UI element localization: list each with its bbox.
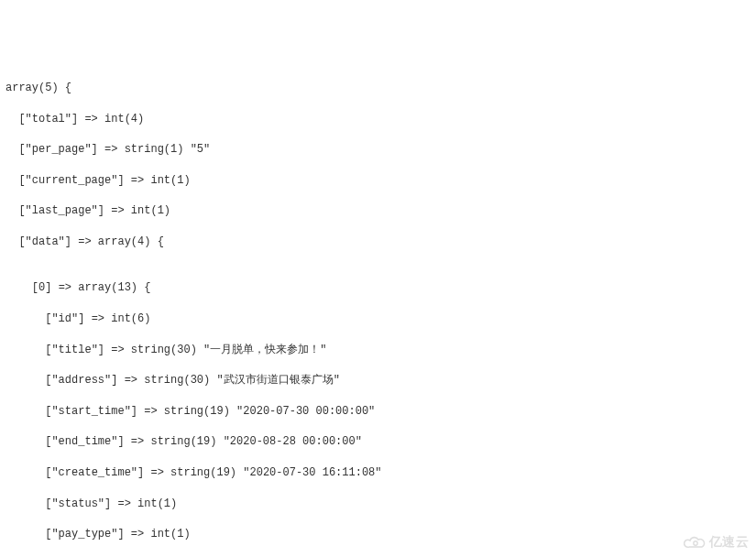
total-line: ["total"] => int(4)	[5, 112, 751, 127]
watermark-text: 亿速云	[709, 533, 750, 552]
item-0-header: [0] => array(13) {	[5, 280, 751, 296]
current-page-line: ["current_page"] => int(1)	[5, 173, 751, 189]
last-page-line: ["last_page"] => int(1)	[5, 203, 751, 219]
svg-point-2	[693, 541, 696, 545]
data-header-line: ["data"] => array(4) {	[5, 235, 751, 250]
php-var-dump-block: array(5) { ["total"] => int(4) ["per_pag…	[5, 65, 751, 557]
array-header: array(5) {	[5, 81, 751, 96]
cloud-icon	[684, 535, 707, 550]
per-page-line: ["per_page"] => string(1) "5"	[5, 142, 751, 158]
watermark: 亿速云	[684, 533, 750, 552]
